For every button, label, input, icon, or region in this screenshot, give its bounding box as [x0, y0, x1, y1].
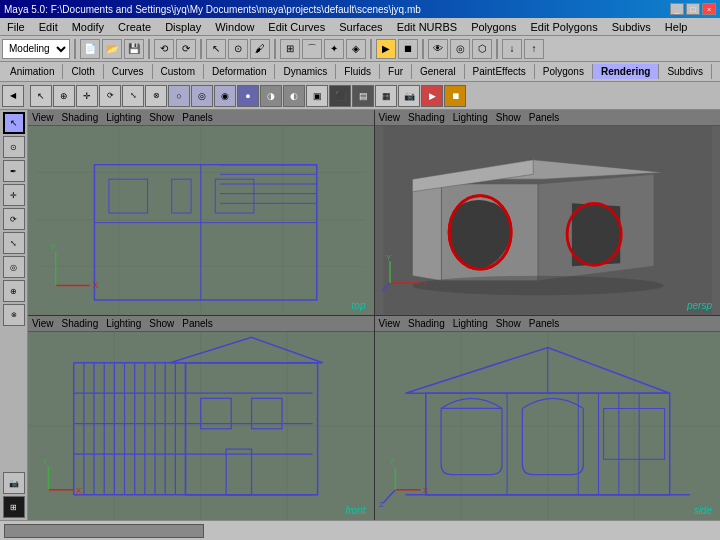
vp-side-panels[interactable]: Panels	[529, 318, 560, 329]
menu-window[interactable]: Window	[212, 20, 257, 34]
vp-top-lighting[interactable]: Lighting	[106, 112, 141, 123]
menu-create[interactable]: Create	[115, 20, 154, 34]
shelf-camera[interactable]: 📷	[398, 85, 420, 107]
menu-display[interactable]: Display	[162, 20, 204, 34]
tab-fur[interactable]: Fur	[380, 64, 412, 79]
tab-surfaces[interactable]: Surfaces	[712, 64, 720, 79]
snap-curve-icon[interactable]: ⌒	[302, 39, 322, 59]
vp-side-view[interactable]: View	[379, 318, 401, 329]
vp-top-show[interactable]: Show	[149, 112, 174, 123]
input-icon[interactable]: ↓	[502, 39, 522, 59]
shelf-box[interactable]: ⬛	[329, 85, 351, 107]
shelf-rotate[interactable]: ⟳	[99, 85, 121, 107]
tool-scale[interactable]: ⤡	[3, 232, 25, 254]
vp-front-panels[interactable]: Panels	[182, 318, 213, 329]
maximize-button[interactable]: □	[686, 3, 700, 15]
menu-edit-curves[interactable]: Edit Curves	[265, 20, 328, 34]
vp-side-show[interactable]: Show	[496, 318, 521, 329]
tab-cloth[interactable]: Cloth	[63, 64, 103, 79]
isolate-icon[interactable]: ◎	[450, 39, 470, 59]
vp-persp-view[interactable]: View	[379, 112, 401, 123]
shelf-checker[interactable]: ▣	[306, 85, 328, 107]
shelf-rotate-select[interactable]: ⊕	[53, 85, 75, 107]
redo-icon[interactable]: ⟳	[176, 39, 196, 59]
tab-deformation[interactable]: Deformation	[204, 64, 275, 79]
tab-general[interactable]: General	[412, 64, 465, 79]
tab-painteffects[interactable]: PaintEffects	[465, 64, 535, 79]
vp-front-show[interactable]: Show	[149, 318, 174, 329]
shelf-half-l[interactable]: ◑	[260, 85, 282, 107]
menu-edit-polygons[interactable]: Edit Polygons	[527, 20, 600, 34]
tool-move[interactable]: ✛	[3, 184, 25, 206]
close-button[interactable]: ×	[702, 3, 716, 15]
vp-front-shading[interactable]: Shading	[62, 318, 99, 329]
shelf-square[interactable]: ◉	[214, 85, 236, 107]
tool-select[interactable]: ↖	[3, 112, 25, 134]
shelf-sphere[interactable]: ○	[168, 85, 190, 107]
vp-persp-lighting[interactable]: Lighting	[453, 112, 488, 123]
vp-persp-show[interactable]: Show	[496, 112, 521, 123]
render-icon[interactable]: ▶	[376, 39, 396, 59]
output-icon[interactable]: ↑	[524, 39, 544, 59]
lasso-icon[interactable]: ⊙	[228, 39, 248, 59]
select-icon[interactable]: ↖	[206, 39, 226, 59]
tool-universal[interactable]: ◎	[3, 256, 25, 278]
tab-fluids[interactable]: Fluids	[336, 64, 380, 79]
vp-persp-shading[interactable]: Shading	[408, 112, 445, 123]
snap-point-icon[interactable]: ✦	[324, 39, 344, 59]
shelf-cube[interactable]: ▤	[352, 85, 374, 107]
viewport-side[interactable]: View Shading Lighting Show Panels	[375, 316, 721, 521]
vp-front-lighting[interactable]: Lighting	[106, 318, 141, 329]
tool-show-manip[interactable]: ⊗	[3, 304, 25, 326]
shelf-grid[interactable]: ▦	[375, 85, 397, 107]
open-file-icon[interactable]: 📂	[102, 39, 122, 59]
tab-custom[interactable]: Custom	[153, 64, 204, 79]
viewport-front[interactable]: View Shading Lighting Show Panels	[28, 316, 374, 521]
menu-modify[interactable]: Modify	[69, 20, 107, 34]
undo-icon[interactable]: ⟲	[154, 39, 174, 59]
show-hide-icon[interactable]: 👁	[428, 39, 448, 59]
tool-paint[interactable]: ✒	[3, 160, 25, 182]
shelf-soft-mod[interactable]: ⊗	[145, 85, 167, 107]
viewport-persp[interactable]: View Shading Lighting Show Panels	[375, 110, 721, 315]
shelf-scale[interactable]: ⤡	[122, 85, 144, 107]
menu-help[interactable]: Help	[662, 20, 691, 34]
vp-side-shading[interactable]: Shading	[408, 318, 445, 329]
tab-curves[interactable]: Curves	[104, 64, 153, 79]
tab-polygons[interactable]: Polygons	[535, 64, 593, 79]
menu-polygons[interactable]: Polygons	[468, 20, 519, 34]
vp-top-shading[interactable]: Shading	[62, 112, 99, 123]
shelf-translate[interactable]: ✛	[76, 85, 98, 107]
tool-camera[interactable]: 📷	[3, 472, 25, 494]
tool-lasso[interactable]: ⊙	[3, 136, 25, 158]
shelf-arrow-left[interactable]: ◀	[2, 85, 24, 107]
tool-rotate[interactable]: ⟳	[3, 208, 25, 230]
paint-icon[interactable]: 🖌	[250, 39, 270, 59]
tab-subdivs[interactable]: Subdivs	[659, 64, 712, 79]
snap-grid-icon[interactable]: ⊞	[280, 39, 300, 59]
shelf-render[interactable]: ▶	[421, 85, 443, 107]
snap-surface-icon[interactable]: ◈	[346, 39, 366, 59]
tab-rendering[interactable]: Rendering	[593, 64, 659, 79]
vp-side-lighting[interactable]: Lighting	[453, 318, 488, 329]
ipr-icon[interactable]: ⏹	[398, 39, 418, 59]
tab-animation[interactable]: Animation	[2, 64, 63, 79]
vp-persp-panels[interactable]: Panels	[529, 112, 560, 123]
menu-edit[interactable]: Edit	[36, 20, 61, 34]
xray-icon[interactable]: ⬡	[472, 39, 492, 59]
new-file-icon[interactable]: 📄	[80, 39, 100, 59]
vp-front-view[interactable]: View	[32, 318, 54, 329]
vp-top-view[interactable]: View	[32, 112, 54, 123]
tool-soft[interactable]: ⊕	[3, 280, 25, 302]
viewport-top[interactable]: View Shading Lighting Show Panels	[28, 110, 374, 315]
save-file-icon[interactable]: 💾	[124, 39, 144, 59]
tool-bottom[interactable]: ⊞	[3, 496, 25, 518]
shelf-select[interactable]: ↖	[30, 85, 52, 107]
shelf-circle[interactable]: ◎	[191, 85, 213, 107]
mode-dropdown[interactable]: Modeling Animation Rendering Dynamics	[2, 39, 70, 59]
menu-file[interactable]: File	[4, 20, 28, 34]
shelf-filled[interactable]: ●	[237, 85, 259, 107]
vp-top-panels[interactable]: Panels	[182, 112, 213, 123]
menu-edit-nurbs[interactable]: Edit NURBS	[394, 20, 461, 34]
minimize-button[interactable]: _	[670, 3, 684, 15]
